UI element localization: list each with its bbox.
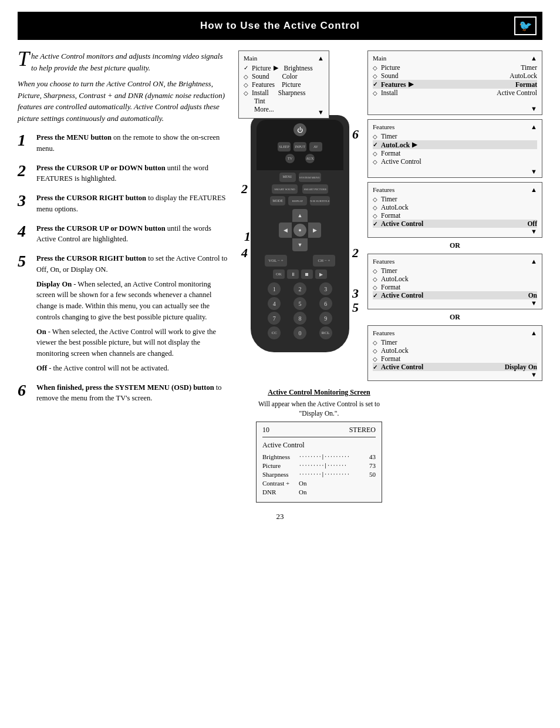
smart-picture-button[interactable]: SMART PICTURE [302, 184, 328, 194]
remote-section: Main ▲ ✓ Picture ▶ Brightness ◇ [238, 50, 362, 381]
mp2-header-row: Main ▲ [373, 54, 537, 62]
cursor-left-button[interactable]: ◀ [279, 223, 292, 238]
mp1-sub-3: Picture [282, 81, 301, 88]
remote-label-1: 1 [244, 229, 251, 244]
step-5-number: 5 [18, 253, 31, 269]
mon-section-title: Active Control [262, 441, 376, 450]
power-button[interactable]: ⏻ [294, 123, 306, 136]
monitoring-screen-wrapper: Active Control Monitoring Screen Will ap… [256, 388, 382, 503]
num-4[interactable]: 4 [268, 297, 281, 310]
remote-top: ⏻ SLEEP INPUT AV TV [257, 120, 343, 170]
mp4on-row-3: ◇ Format [373, 283, 537, 291]
step-5: 5 Press the CURSOR RIGHT button to set t… [18, 253, 229, 374]
play-button[interactable]: ▶ [315, 269, 327, 279]
num-7[interactable]: 7 [268, 312, 281, 325]
pause-button[interactable]: ⏸ [287, 269, 299, 279]
step-1: 1 Press the MENU button on the remote to… [18, 132, 229, 154]
step-3-text: Press the CURSOR RIGHT button to display… [36, 193, 229, 215]
mp2-row-2: ◇ Sound AutoLock [373, 72, 537, 80]
num-cc[interactable]: CC [268, 326, 281, 339]
volume-button[interactable]: VOL − + [265, 255, 287, 267]
num-recall[interactable]: RCL [319, 326, 332, 339]
step-2-bold: Press the CURSOR UP or DOWN button [36, 164, 166, 172]
num-9[interactable]: 9 [319, 312, 332, 325]
header-icon: 🐦 [514, 16, 537, 35]
up-arrow-3: ▲ [531, 123, 537, 130]
sleep-button[interactable]: SLEEP [278, 142, 291, 151]
intro-paragraph1: he Active Control monitors and adjusts i… [31, 52, 222, 72]
repeat-button[interactable]: REPEAT [288, 196, 307, 205]
tv-button[interactable]: TV [285, 154, 295, 163]
cursor-up-button[interactable]: ▲ [292, 209, 308, 222]
av-button[interactable]: AV [309, 142, 322, 151]
remote-label-4: 4 [241, 245, 248, 261]
step-6: 6 When finished, press the SYSTEM MENU (… [18, 382, 229, 405]
menu-panel-1-header: Main ▲ [244, 54, 324, 62]
mp1-down-arrow: ▼ [318, 109, 324, 116]
mp4disp-row-2: ◇ AutoLock [373, 346, 537, 355]
ac-off-value: Off [527, 220, 537, 227]
right-column: Main ▲ ✓ Picture ▶ Brightness ◇ [238, 50, 542, 503]
mp1-row-1: ✓ Picture ▶ Brightness [244, 63, 324, 72]
step-2-number: 2 [18, 163, 31, 179]
ok-button[interactable]: OK [273, 269, 285, 279]
ac-on-value: On [528, 292, 537, 299]
num-0[interactable]: 0 [294, 326, 306, 339]
num-8[interactable]: 8 [294, 312, 306, 325]
input-button[interactable]: INPUT [294, 142, 306, 151]
step-2: 2 Press the CURSOR UP or DOWN button unt… [18, 163, 229, 185]
step-5-off: Off - the Active control will not be act… [36, 363, 229, 374]
step-3: 3 Press the CURSOR RIGHT button to displ… [18, 193, 229, 215]
mon-picture: Picture ·········|······· 73 [262, 462, 376, 469]
mon-channel: 10 [262, 426, 269, 434]
step-2-text: Press the CURSOR UP or DOWN button until… [36, 163, 229, 185]
channel-button[interactable]: CH − + [313, 255, 335, 267]
mp1-row-4: ◇ Install Sharpness [244, 89, 324, 97]
menu-panel-4-on: Features ▲ ◇ Timer ◇ AutoLock ◇ Format [367, 254, 542, 309]
extra-btn-1[interactable]: MODE [270, 196, 285, 205]
mp4on-row-4: ✓ Active Control On [373, 291, 537, 299]
stop-button[interactable]: ⏹ [301, 269, 313, 279]
remote-container: ⏻ SLEEP INPUT AV TV [238, 115, 362, 352]
mp3-row-1: ◇ Timer [373, 132, 537, 140]
step-4-bold: Press the CURSOR UP or DOWN button [36, 224, 166, 232]
mp1-check-3: ◇ [244, 82, 248, 88]
system-menu-button[interactable]: SYSTEM MENU [299, 173, 321, 182]
aux-button[interactable]: AUX [305, 154, 315, 163]
nav-cluster: ▲ ▼ ◀ ▶ ● [279, 209, 321, 251]
monitoring-label: Active Control Monitoring Screen [256, 388, 382, 397]
cursor-center-button[interactable]: ● [294, 224, 306, 237]
step-6-text: When finished, press the SYSTEM MENU (OS… [36, 382, 229, 405]
num-1[interactable]: 1 [268, 282, 281, 295]
power-row: ⏻ [261, 123, 339, 140]
menu-panel-1-title: Main [244, 55, 257, 62]
mp1-label-3: Features [252, 81, 275, 88]
main-layout: The Active Control monitors and adjusts … [18, 50, 542, 503]
mp4on-row-2: ◇ AutoLock [373, 275, 537, 283]
mp1-row-5: Tint [244, 97, 324, 105]
mp3-row-3: ◇ Format [373, 149, 537, 157]
step-6-bold: When finished, press the SYSTEM MENU (OS… [36, 383, 214, 392]
extra-btn-2[interactable]: N-R SUBTITLE [310, 196, 330, 205]
cursor-down-button[interactable]: ▼ [292, 238, 308, 251]
num-6[interactable]: 6 [319, 297, 332, 310]
page-header: How to Use the Active Control 🐦 [18, 12, 542, 40]
cursor-right-button[interactable]: ▶ [308, 223, 321, 238]
menu-button[interactable]: MENU [279, 173, 296, 182]
mp3-down-arrow: ▼ [531, 168, 537, 175]
menu-panel-1: Main ▲ ✓ Picture ▶ Brightness ◇ [238, 50, 329, 119]
step-1-number: 1 [18, 132, 31, 149]
mp2-row-4: ◇ Install Active Control [373, 89, 537, 97]
mp1-label-2: Sound [252, 73, 269, 80]
mp4disp-row-3: ◇ Format [373, 355, 537, 363]
num-5[interactable]: 5 [294, 297, 306, 310]
num-2[interactable]: 2 [294, 282, 306, 295]
smart-sound-button[interactable]: SMART SOUND [272, 184, 298, 194]
step-1-text: Press the MENU button on the remote to s… [36, 132, 229, 154]
menu-panel-2: Main ▲ ◇ Picture Timer ◇ Sound AutoLock [367, 50, 542, 115]
monitoring-caption: Will appear when the Active Control is s… [256, 399, 382, 418]
remote-label-6: 6 [352, 127, 359, 142]
num-3[interactable]: 3 [319, 282, 332, 295]
monitoring-label-text: Active Control Monitoring Screen [268, 388, 370, 396]
tv-aux-row: TV AUX [261, 154, 339, 163]
